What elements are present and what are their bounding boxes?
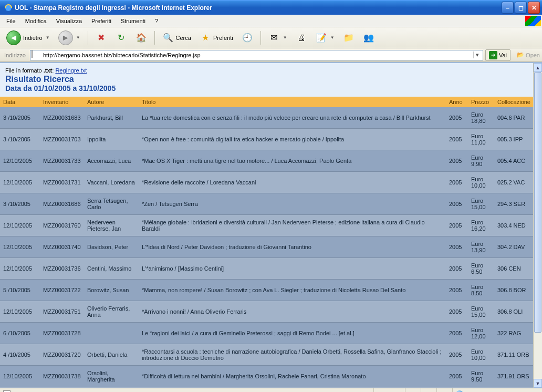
column-anno[interactable]: Anno <box>446 97 468 107</box>
cell-aut: Orsolini, Margherita <box>84 366 139 387</box>
status-cell <box>437 388 453 392</box>
cell-aut <box>84 323 139 344</box>
menu-strumenti[interactable]: Strumenti <box>117 16 150 26</box>
cell-data: 3 /10/2005 <box>0 107 40 129</box>
cell-col: 322 RAG <box>494 323 533 344</box>
file-download-link[interactable]: RegIngre.txt <box>55 67 87 74</box>
scroll-track[interactable] <box>534 72 542 379</box>
menu-preferiti[interactable]: Preferiti <box>87 16 116 26</box>
table-row: 5 /10/2005MZZ00031722Borowitz, Susan*Mam… <box>0 280 533 301</box>
table-row: 12/10/2005MZZ00031731Vaccani, Loredana*R… <box>0 172 533 193</box>
globe-icon <box>456 390 463 393</box>
scroll-up-button[interactable]: ▲ <box>534 63 542 72</box>
menu-bar: File Modifica Visualizza Preferiti Strum… <box>0 15 542 27</box>
cell-data: 12/10/2005 <box>0 215 40 236</box>
cell-data: 12/10/2005 <box>0 301 40 323</box>
cell-anno: 2005 <box>446 172 468 193</box>
folder-button[interactable]: 📁 <box>340 30 358 45</box>
home-button[interactable]: 🏠 <box>132 30 150 45</box>
status-bar: Operazione completata Internet <box>0 388 542 392</box>
cell-tit: L'*idea di Nord / Peter Davidson ; tradu… <box>139 236 446 258</box>
cell-data: 12/10/2005 <box>0 258 40 280</box>
address-dropdown-icon[interactable]: ▾ <box>473 51 482 58</box>
refresh-button[interactable]: ↻ <box>112 30 130 45</box>
cell-aut: Ippolita <box>84 129 139 150</box>
cell-inv: MZZ00031686 <box>40 193 84 215</box>
cell-prez: Euro 15,00 <box>468 193 494 215</box>
column-data[interactable]: Data <box>0 97 40 107</box>
address-combobox[interactable]: ▾ <box>30 50 483 60</box>
messenger-button[interactable]: 👥 <box>360 30 378 45</box>
home-icon: 🏠 <box>136 32 147 44</box>
page-content: File in formato .txt: RegIngre.txt Risul… <box>0 63 533 388</box>
cell-data: 12/10/2005 <box>0 236 40 258</box>
go-label: Vai <box>499 52 507 58</box>
window-close-button[interactable]: ✕ <box>528 2 540 14</box>
search-label: Cerca <box>176 35 191 41</box>
cell-prez: Euro 12,00 <box>468 323 494 344</box>
column-titolo[interactable]: Titolo <box>139 97 446 107</box>
cell-col: 004.6 PAR <box>494 107 533 129</box>
menu-file[interactable]: File <box>2 16 20 26</box>
cell-inv: MZZ00031733 <box>40 150 84 172</box>
scroll-down-button[interactable]: ▼ <box>534 379 542 388</box>
print-icon: 🖨 <box>296 32 307 44</box>
search-button[interactable]: 🔍Cerca <box>159 30 194 45</box>
cell-aut: Orbetti, Daniela <box>84 344 139 366</box>
page-subtitle: Data da 01/10/2005 a 31/10/2005 <box>5 84 528 92</box>
toolbar-separator <box>154 31 155 45</box>
toolbar-separator <box>88 31 88 45</box>
open-icon: 📂 <box>517 51 524 59</box>
stop-button[interactable]: ✖ <box>92 30 110 45</box>
cell-inv: MZZ00031721 <box>40 387 84 388</box>
cell-inv: MZZ00031683 <box>40 107 84 129</box>
column-collocazione[interactable]: Collocazione <box>494 97 533 107</box>
table-row: 12/10/2005MZZ00031740Davidson, PeterL'*i… <box>0 236 533 258</box>
cell-anno: 2005 <box>446 107 468 129</box>
forward-button[interactable]: ► ▼ <box>55 29 84 47</box>
security-zone-cell: Internet <box>453 388 542 392</box>
cell-tit: *Open non è free : comunità digitali tra… <box>139 129 446 150</box>
menu-help[interactable]: ? <box>151 16 162 26</box>
cell-prez: Euro 8,50 <box>468 280 494 301</box>
menu-modifica[interactable]: Modifica <box>21 16 51 26</box>
open-label: Open <box>526 52 540 58</box>
cell-col: 371.94 MAU <box>494 387 533 388</box>
cell-prez: Euro 9,50 <box>468 366 494 387</box>
print-button[interactable]: 🖨 <box>293 30 310 45</box>
address-bar: Indirizzo ▾ ➔ Vai 📂 Open <box>0 48 542 62</box>
cell-inv: MZZ00031720 <box>40 344 84 366</box>
back-button[interactable]: ◄ Indietro ▼ <box>3 29 53 47</box>
history-button[interactable]: 🕘 <box>238 30 256 45</box>
cell-col: 303.4 NED <box>494 215 533 236</box>
edit-button[interactable]: 📝▼ <box>312 30 338 45</box>
table-row: 12/10/2005MZZ00031738Orsolini, Margherit… <box>0 366 533 387</box>
column-inventario[interactable]: Inventario <box>40 97 84 107</box>
open-button[interactable]: 📂 Open <box>513 51 540 59</box>
go-button[interactable]: ➔ Vai <box>485 49 510 61</box>
mail-button[interactable]: ✉▼ <box>265 30 290 45</box>
menu-visualizza[interactable]: Visualizza <box>52 16 86 26</box>
toolbar: ◄ Indietro ▼ ► ▼ ✖ ↻ 🏠 🔍Cerca ★Preferiti… <box>0 27 542 48</box>
window-minimize-button[interactable]: – <box>502 2 514 14</box>
cell-tit: *Arrivano i nonni! / Anna Oliverio Ferra… <box>139 301 446 323</box>
favorites-button[interactable]: ★Preferiti <box>196 30 236 45</box>
cell-anno: 2005 <box>446 280 468 301</box>
table-row: 3 /10/2005MZZ00031686Serra Tetsugen, Car… <box>0 193 533 215</box>
page-title: Risultato Ricerca <box>5 75 528 84</box>
vertical-scrollbar[interactable]: ▲ ▼ <box>533 63 542 388</box>
mail-icon: ✉ <box>268 32 280 44</box>
cell-inv: MZZ00031738 <box>40 366 84 387</box>
column-autore[interactable]: Autore <box>84 97 139 107</box>
scroll-thumb[interactable] <box>534 72 541 333</box>
cell-prez: Euro 18,80 <box>468 107 494 129</box>
address-input[interactable] <box>42 51 473 59</box>
column-prezzo[interactable]: Prezzo <box>468 97 494 107</box>
table-row: 4 /10/2005MZZ00031720Orbetti, Daniela*Ra… <box>0 344 533 366</box>
ie-logo-icon <box>4 4 13 12</box>
window-maximize-button[interactable]: ◻ <box>515 2 527 14</box>
cell-tit: Le *ragioni dei laici / a cura di Gemine… <box>139 323 446 344</box>
table-row: 12/10/2005MZZ00031733Accomazzi, Luca*Mac… <box>0 150 533 172</box>
cell-anno: 2005 <box>446 215 468 236</box>
file-format-line: File in formato .txt: RegIngre.txt <box>5 67 528 74</box>
